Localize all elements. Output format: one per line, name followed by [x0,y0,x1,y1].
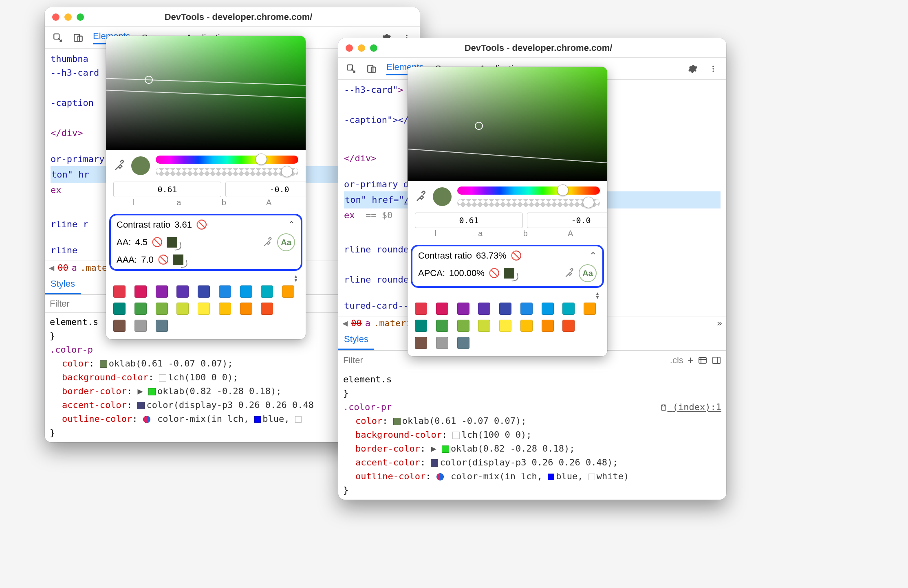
filter-input[interactable] [343,355,666,366]
eyedropper-icon[interactable] [113,160,126,172]
settings-icon[interactable] [684,61,702,77]
style-value[interactable]: lch(100 0 0); [168,372,238,382]
color-swatch-icon[interactable] [148,388,156,395]
palette-swatch[interactable] [134,320,147,332]
oklab-l-input[interactable] [113,182,221,197]
palette-swatch[interactable] [134,303,147,315]
oklab-a-input[interactable] [225,182,306,197]
palette-swatch[interactable] [134,285,147,298]
style-value[interactable]: white) [597,471,629,481]
color-handle[interactable] [475,122,483,130]
current-color-swatch[interactable] [433,187,452,206]
color-swatch-icon[interactable] [100,360,107,368]
palette-swatch[interactable] [219,303,231,315]
style-prop[interactable]: accent-color [355,456,420,470]
crumb-item[interactable]: a [72,263,77,273]
color-handle[interactable] [145,76,153,84]
minimize-window-button[interactable] [358,44,365,52]
element-style-rule[interactable]: element.s [343,373,721,386]
palette-swatch[interactable] [478,320,490,332]
palette-swatch[interactable] [457,303,469,315]
palette-swatch[interactable] [520,320,533,332]
style-value[interactable]: color(display-p3 0.26 0.26 0.48 [146,400,314,410]
style-value[interactable]: color(display-p3 0.26 0.26 0.48); [440,457,618,467]
color-swatch-icon[interactable] [393,418,401,425]
palette-swatch[interactable] [282,285,294,298]
style-value[interactable]: oklab(0.61 -0.07 0.07); [109,358,233,369]
palette-swatch[interactable] [240,285,252,298]
color-swatch-icon[interactable] [295,416,302,423]
style-value[interactable]: color-mix(in lch, [451,471,548,481]
selector[interactable]: .color-pr [343,400,392,414]
color-swatch-icon[interactable] [588,474,595,480]
style-value[interactable]: oklab(0.82 -0.28 0.18); [157,386,282,396]
alpha-slider[interactable] [156,168,298,176]
zoom-window-button[interactable] [77,13,84,21]
minimize-window-button[interactable] [64,13,72,21]
style-prop[interactable]: background-color [355,428,442,442]
palette-swatch[interactable] [436,303,448,315]
hue-slider[interactable] [156,156,298,164]
palette-swatch[interactable] [436,320,448,332]
device-toggle-icon[interactable] [69,30,87,46]
tab-styles[interactable]: Styles [45,274,81,294]
oklab-a-input[interactable] [527,213,607,228]
style-value[interactable]: blue, [556,471,588,481]
palette-swatch[interactable] [478,303,490,315]
palette-swatch[interactable] [113,320,126,332]
palette-swatch[interactable] [415,337,427,349]
inspect-icon[interactable] [342,61,360,77]
current-color-swatch[interactable] [131,156,150,175]
style-prop[interactable]: color [62,357,89,371]
palette-swatch[interactable] [457,320,469,332]
palette-swatch[interactable] [499,320,511,332]
palette-swatch[interactable] [562,320,575,332]
palette-swatch[interactable] [261,303,273,315]
color-swatch-icon[interactable] [159,374,166,382]
palette-selector[interactable]: ▲▼ [293,275,298,282]
palette-swatch[interactable] [457,337,469,349]
kebab-menu-icon[interactable] [704,61,722,77]
palette-swatch[interactable] [156,285,168,298]
palette-swatch[interactable] [415,320,427,332]
cls-toggle[interactable]: .cls [670,355,683,366]
style-prop[interactable]: border-color [62,384,127,398]
hue-slider[interactable] [457,186,600,195]
expand-icon[interactable]: ▶ [431,443,436,454]
zoom-window-button[interactable] [370,44,377,52]
style-value[interactable]: lch(100 0 0); [461,430,531,440]
color-swatch-icon[interactable] [442,445,449,453]
computed-styles-icon[interactable] [698,355,707,365]
crumb-prev-icon[interactable]: ◀ [49,263,54,273]
style-prop[interactable]: outline-color [62,412,132,426]
color-swatch-icon[interactable] [548,474,554,480]
palette-swatch[interactable] [113,285,126,298]
style-value[interactable]: color-mix(in lch, [157,414,254,424]
color-field[interactable] [106,36,306,150]
tab-styles[interactable]: Styles [338,330,374,350]
collapse-icon[interactable]: ⌃ [288,219,295,230]
palette-swatch[interactable] [219,285,231,298]
style-value[interactable]: blue, [262,414,295,424]
more-crumbs-icon[interactable]: » [717,318,722,328]
bg-eyedropper-icon[interactable] [262,237,273,248]
color-swatch-icon[interactable] [137,402,145,409]
palette-swatch[interactable] [198,303,210,315]
palette-swatch[interactable] [562,303,575,315]
style-prop[interactable]: border-color [355,442,420,456]
palette-swatch[interactable] [415,303,427,315]
palette-swatch[interactable] [113,303,126,315]
collapse-icon[interactable]: ⌃ [589,250,597,261]
fix-contrast-swatch[interactable] [167,237,177,248]
fix-contrast-swatch[interactable] [504,268,514,279]
device-toggle-icon[interactable] [363,61,381,77]
oklab-l-input[interactable] [415,213,523,228]
crumb-item[interactable]: 00 [57,263,68,273]
style-prop[interactable]: background-color [62,371,148,384]
crumb-item[interactable]: a [365,318,370,328]
palette-swatch[interactable] [436,337,448,349]
eyedropper-icon[interactable] [415,191,427,203]
palette-swatch[interactable] [176,285,189,298]
palette-swatch[interactable] [198,285,210,298]
crumb-item[interactable]: 00 [351,318,362,328]
